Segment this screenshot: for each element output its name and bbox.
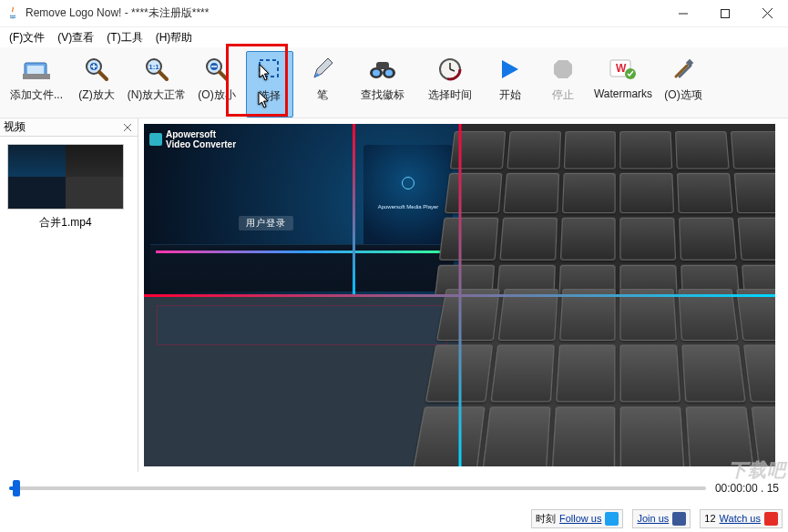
video-quadrant-tl: Apowersoft Video Converter 用户登录 Apowerso… bbox=[144, 124, 460, 295]
timecode: 00:00:00 . 15 bbox=[715, 482, 779, 495]
tool-stop: 停止 bbox=[539, 51, 587, 118]
svg-rect-19 bbox=[260, 60, 278, 77]
zoom-out-label: (O)放小 bbox=[198, 87, 235, 103]
zoom-in-icon bbox=[82, 55, 111, 84]
tool-start[interactable]: 开始 bbox=[486, 51, 534, 118]
tool-watermarks[interactable]: W Watermarks bbox=[592, 51, 654, 118]
video-quadrant-br bbox=[460, 295, 776, 466]
join-link[interactable]: Join us bbox=[637, 513, 669, 524]
pen-label: 笔 bbox=[317, 87, 328, 103]
sidebar-header: 视频 bbox=[0, 118, 138, 137]
binoculars-icon bbox=[368, 55, 397, 84]
play-icon bbox=[496, 55, 525, 84]
overlay-brand-sub: Video Converter bbox=[166, 139, 236, 149]
svg-rect-6 bbox=[23, 74, 50, 79]
svg-rect-5 bbox=[27, 66, 44, 75]
sidebar-close-button[interactable] bbox=[121, 121, 134, 134]
overlay-center-text: 用户登录 bbox=[239, 216, 293, 230]
status-join[interactable]: Join us bbox=[632, 509, 691, 528]
statusbar: 时刻Follow us Join us 12Watch us bbox=[0, 505, 788, 532]
stop-label: 停止 bbox=[552, 87, 574, 103]
tool-zoom-out[interactable]: (O)放小 bbox=[193, 51, 240, 118]
svg-point-23 bbox=[385, 70, 393, 77]
menu-view[interactable]: (V)查看 bbox=[52, 28, 99, 47]
follow-link[interactable]: Follow us bbox=[559, 513, 601, 524]
tool-select-time[interactable]: 选择时间 bbox=[419, 51, 481, 118]
zoom-normal-label: (N)放大正常 bbox=[128, 87, 187, 103]
window-controls bbox=[662, 0, 788, 26]
tool-zoom-in[interactable]: (Z)放大 bbox=[73, 51, 120, 118]
youtube-icon[interactable] bbox=[764, 512, 778, 526]
svg-line-13 bbox=[159, 72, 167, 79]
tool-add-file[interactable]: 添加文件... bbox=[5, 51, 67, 118]
status-follow[interactable]: 时刻Follow us bbox=[531, 509, 623, 528]
clock-icon bbox=[435, 55, 465, 84]
menu-help[interactable]: (H)帮助 bbox=[150, 28, 199, 47]
main-body: 视频 合并1.mp4 Apowersoft Video Converter bbox=[0, 118, 788, 472]
preview-panel: Apowersoft Video Converter 用户登录 Apowerso… bbox=[138, 118, 788, 472]
timeline-track[interactable] bbox=[9, 486, 706, 490]
start-label: 开始 bbox=[499, 87, 521, 103]
select-time-label: 选择时间 bbox=[428, 87, 472, 103]
video-preview[interactable]: Apowersoft Video Converter 用户登录 Apowerso… bbox=[144, 124, 775, 466]
pen-icon bbox=[308, 55, 337, 84]
stop-icon bbox=[548, 55, 578, 84]
add-file-icon bbox=[22, 55, 51, 84]
maximize-button[interactable] bbox=[704, 0, 746, 26]
watermarks-label: Watermarks bbox=[594, 87, 652, 100]
zoom-out-icon bbox=[202, 55, 231, 84]
timeline: 00:00:00 . 15 bbox=[0, 472, 788, 505]
svg-rect-24 bbox=[376, 62, 389, 69]
svg-line-16 bbox=[220, 72, 227, 79]
thumbnail-filename: 合并1.mp4 bbox=[7, 210, 124, 230]
toolbar: 添加文件... (Z)放大 1:1 (N)放大正常 (O)放小 选择 笔 查找 bbox=[0, 47, 788, 118]
svg-marker-30 bbox=[554, 60, 572, 78]
options-icon bbox=[669, 55, 698, 84]
twitter-icon[interactable] bbox=[605, 512, 619, 526]
tool-zoom-normal[interactable]: 1:1 (N)放大正常 bbox=[126, 51, 188, 118]
tool-options[interactable]: (O)选项 bbox=[660, 51, 707, 118]
options-label: (O)选项 bbox=[664, 87, 701, 103]
watch-link[interactable]: Watch us bbox=[720, 513, 761, 524]
time-current: 00:00:00 bbox=[715, 482, 758, 495]
window-title: Remove Logo Now! - ****未注册版**** bbox=[26, 5, 662, 21]
svg-line-8 bbox=[99, 72, 107, 79]
svg-marker-29 bbox=[502, 60, 518, 78]
status-label-left: 时刻 bbox=[536, 512, 556, 526]
sidebar-body: 合并1.mp4 bbox=[0, 137, 138, 472]
facebook-icon[interactable] bbox=[672, 512, 686, 526]
titlebar: Remove Logo Now! - ****未注册版**** bbox=[0, 0, 788, 27]
svg-point-22 bbox=[373, 70, 380, 77]
svg-text:1:1: 1:1 bbox=[148, 63, 159, 71]
close-button[interactable] bbox=[746, 0, 788, 26]
sidebar-title: 视频 bbox=[4, 119, 121, 135]
find-logo-label: 查找徽标 bbox=[361, 87, 404, 103]
status-watch[interactable]: 12Watch us bbox=[700, 509, 783, 528]
watermarks-icon: W bbox=[609, 55, 638, 84]
minimize-button[interactable] bbox=[662, 0, 704, 26]
select-icon bbox=[255, 56, 284, 85]
timeline-knob[interactable] bbox=[13, 480, 20, 496]
watch-number: 12 bbox=[704, 513, 715, 524]
menubar: (F)文件 (V)查看 (T)工具 (H)帮助 bbox=[0, 27, 788, 47]
video-quadrant-tr bbox=[460, 124, 776, 295]
menu-tools[interactable]: (T)工具 bbox=[101, 28, 148, 47]
tool-find-logo[interactable]: 查找徽标 bbox=[352, 51, 414, 118]
menu-file[interactable]: (F)文件 bbox=[4, 28, 50, 47]
java-icon bbox=[5, 6, 20, 21]
zoom-in-label: (Z)放大 bbox=[78, 87, 114, 103]
tool-select[interactable]: 选择 bbox=[246, 51, 293, 118]
video-thumbnail[interactable]: 合并1.mp4 bbox=[7, 144, 124, 230]
add-file-label: 添加文件... bbox=[10, 87, 63, 103]
time-total: 15 bbox=[767, 482, 779, 495]
svg-rect-1 bbox=[721, 9, 730, 17]
sidebar: 视频 合并1.mp4 bbox=[0, 118, 138, 472]
tool-pen[interactable]: 笔 bbox=[299, 51, 346, 118]
overlay-brand: Apowersoft bbox=[166, 129, 236, 139]
select-label: 选择 bbox=[259, 88, 281, 104]
thumbnail-image bbox=[7, 144, 124, 210]
zoom-normal-icon: 1:1 bbox=[142, 55, 171, 84]
